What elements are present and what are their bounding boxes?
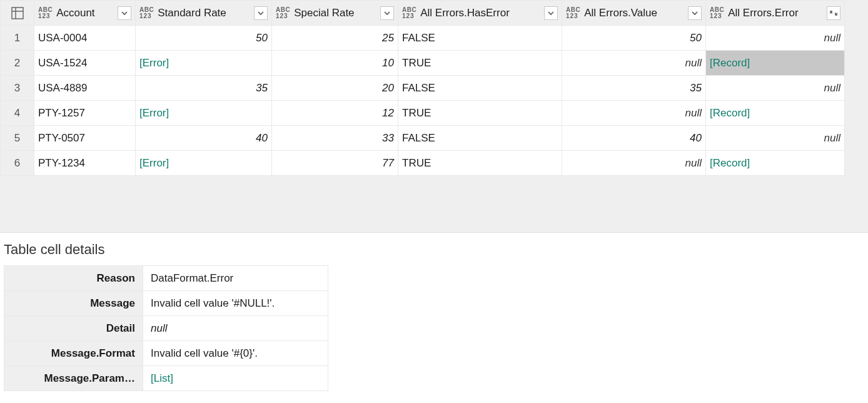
link-cell[interactable]: [Record] xyxy=(706,51,845,76)
column-header[interactable]: ABC123All Errors.Value xyxy=(562,1,706,26)
row-number[interactable]: 3 xyxy=(1,76,34,101)
link-cell[interactable]: [Record] xyxy=(706,151,845,176)
details-table: ReasonDataFormat.ErrorMessageInvalid cel… xyxy=(4,265,328,391)
cell-value: 77 xyxy=(382,157,394,169)
data-cell[interactable]: 40 xyxy=(136,126,272,151)
cell-value: TRUE xyxy=(402,107,431,119)
data-cell[interactable]: 10 xyxy=(272,51,398,76)
cell-value: 12 xyxy=(382,107,394,119)
link-cell[interactable]: [Error] xyxy=(136,101,272,126)
data-cell[interactable]: USA-4889 xyxy=(34,76,136,101)
filter-button[interactable] xyxy=(544,6,558,20)
data-cell[interactable]: null xyxy=(706,126,845,151)
chevron-down-icon xyxy=(121,9,128,17)
filter-button[interactable] xyxy=(254,6,268,20)
details-value-text: DataFormat.Error xyxy=(151,272,233,284)
row-number[interactable]: 6 xyxy=(1,151,34,176)
data-cell[interactable]: USA-0004 xyxy=(34,26,136,51)
row-number[interactable]: 4 xyxy=(1,101,34,126)
data-cell[interactable]: 35 xyxy=(562,76,706,101)
filter-button[interactable] xyxy=(118,6,131,20)
data-cell[interactable]: 20 xyxy=(272,76,398,101)
data-cell[interactable]: PTY-0507 xyxy=(34,126,136,151)
expand-button[interactable] xyxy=(827,6,840,20)
table-corner[interactable] xyxy=(1,1,34,26)
column-name: Account xyxy=(56,7,115,19)
data-cell[interactable]: FALSE xyxy=(398,76,562,101)
details-link-value[interactable]: [List] xyxy=(143,366,328,391)
details-value-text: null xyxy=(151,322,167,334)
column-name: All Errors.HasError xyxy=(420,7,542,19)
data-cell[interactable]: TRUE xyxy=(398,101,562,126)
cell-value: [Record] xyxy=(710,157,750,169)
data-cell[interactable]: null xyxy=(562,101,706,126)
data-cell[interactable]: FALSE xyxy=(398,26,562,51)
column-header[interactable]: ABC123Standard Rate xyxy=(136,1,272,26)
table-icon xyxy=(4,6,30,20)
details-row: Message.Param…[List] xyxy=(4,366,328,391)
filter-button[interactable] xyxy=(688,6,702,20)
cell-value: null xyxy=(685,107,702,119)
data-cell[interactable]: 77 xyxy=(272,151,398,176)
cell-value: [Error] xyxy=(139,57,169,69)
data-cell[interactable]: null xyxy=(706,26,845,51)
column-header[interactable]: ABC123Account xyxy=(34,1,136,26)
data-cell[interactable]: null xyxy=(562,151,706,176)
details-row: MessageInvalid cell value '#NULL!'. xyxy=(4,291,328,316)
data-cell[interactable]: 50 xyxy=(562,26,706,51)
row-number[interactable]: 5 xyxy=(1,126,34,151)
row-number[interactable]: 1 xyxy=(1,26,34,51)
cell-value: [Record] xyxy=(710,107,750,119)
cell-value: [Error] xyxy=(139,157,169,169)
data-table: ABC123AccountABC123Standard RateABC123Sp… xyxy=(0,0,845,176)
data-cell[interactable]: USA-1524 xyxy=(34,51,136,76)
column-header[interactable]: ABC123All Errors.HasError xyxy=(398,1,562,26)
data-cell[interactable]: null xyxy=(562,51,706,76)
svg-rect-0 xyxy=(12,8,23,19)
details-row: ReasonDataFormat.Error xyxy=(4,266,328,291)
details-value: Invalid cell value '#NULL!'. xyxy=(143,291,328,316)
details-row: Message.FormatInvalid cell value '#{0}'. xyxy=(4,341,328,366)
details-key: Message.Format xyxy=(4,341,143,366)
datatype-any-icon: ABC123 xyxy=(710,7,724,19)
cell-value: null xyxy=(824,132,840,144)
details-key: Detail xyxy=(4,316,143,341)
link-cell[interactable]: [Error] xyxy=(136,151,272,176)
details-key: Reason xyxy=(4,266,143,291)
data-cell[interactable]: PTY-1234 xyxy=(34,151,136,176)
table-row: 2USA-1524[Error]10TRUEnull[Record] xyxy=(1,51,845,76)
data-cell[interactable]: PTY-1257 xyxy=(34,101,136,126)
data-cell[interactable]: 40 xyxy=(562,126,706,151)
data-cell[interactable]: 33 xyxy=(272,126,398,151)
data-cell[interactable]: null xyxy=(706,76,845,101)
column-header[interactable]: ABC123Special Rate xyxy=(272,1,398,26)
cell-value: PTY-0507 xyxy=(38,132,85,144)
data-cell[interactable]: TRUE xyxy=(398,51,562,76)
details-value-text: [List] xyxy=(151,372,173,384)
column-header[interactable]: ABC123All Errors.Error xyxy=(706,1,845,26)
cell-value: FALSE xyxy=(402,82,435,94)
cell-value: null xyxy=(824,82,840,94)
cell-value: 35 xyxy=(690,82,702,94)
details-value: Invalid cell value '#{0}'. xyxy=(143,341,328,366)
data-grid: ABC123AccountABC123Standard RateABC123Sp… xyxy=(0,0,868,233)
data-cell[interactable]: 50 xyxy=(136,26,272,51)
link-cell[interactable]: [Record] xyxy=(706,101,845,126)
row-number[interactable]: 2 xyxy=(1,51,34,76)
link-cell[interactable]: [Error] xyxy=(136,51,272,76)
details-value: DataFormat.Error xyxy=(143,266,328,291)
cell-value: TRUE xyxy=(402,57,431,69)
data-cell[interactable]: TRUE xyxy=(398,151,562,176)
cell-value: USA-4889 xyxy=(38,82,87,94)
cell-value: FALSE xyxy=(402,32,435,44)
data-cell[interactable]: 25 xyxy=(272,26,398,51)
filter-button[interactable] xyxy=(380,6,394,20)
data-cell[interactable]: 35 xyxy=(136,76,272,101)
cell-value: 50 xyxy=(690,32,702,44)
cell-value: 25 xyxy=(382,32,394,44)
cell-value: 33 xyxy=(382,132,394,144)
details-title: Table cell details xyxy=(4,242,868,258)
data-cell[interactable]: 12 xyxy=(272,101,398,126)
datatype-any-icon: ABC123 xyxy=(276,7,290,19)
data-cell[interactable]: FALSE xyxy=(398,126,562,151)
